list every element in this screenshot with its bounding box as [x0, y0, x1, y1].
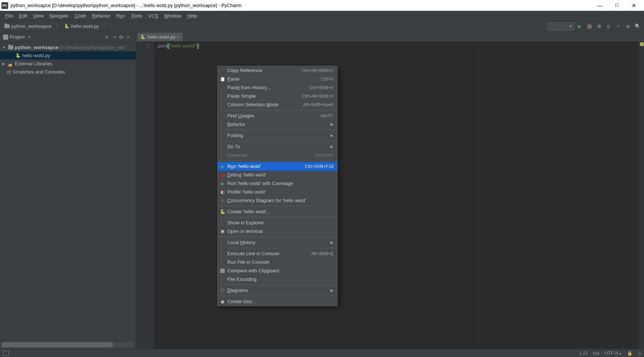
code-token: print	[158, 43, 167, 49]
ctx-find-usages[interactable]: Find UsagesAlt+F7	[218, 111, 337, 120]
ctx-goto[interactable]: Go To▶	[218, 142, 337, 151]
ctx-run-coverage[interactable]: ▶Run 'hello wold' with Coverage	[218, 179, 337, 188]
menu-vcs[interactable]: VCS	[145, 12, 161, 20]
expand-arrow-icon[interactable]: ▼	[2, 45, 7, 49]
ctx-compare-clipboard[interactable]: Compare with Clipboard	[218, 266, 337, 275]
status-bar: 1:22 n/a UTF-8≑ 🔒 ◇	[0, 349, 644, 357]
project-icon	[3, 35, 8, 40]
collapse-icon[interactable]: ⇥	[110, 33, 118, 41]
ctx-paste-simple[interactable]: Paste SimpleCtrl+Alt+Shift+V	[218, 92, 337, 100]
tree-scratches-label: Scratches and Consoles	[13, 69, 65, 75]
debug-button-icon[interactable]: ⬤	[585, 22, 593, 30]
ctx-run-file-console[interactable]: Run File in Console	[218, 258, 337, 266]
tree-file-label: hello wold.py	[22, 53, 50, 58]
ctx-profile[interactable]: ◐Profile 'hello wold'	[218, 188, 337, 196]
ctx-paste[interactable]: 📋PasteCtrl+V	[218, 75, 337, 83]
ctx-separator	[218, 160, 337, 161]
toolwindow-toggle-icon[interactable]	[3, 351, 9, 356]
menu-code[interactable]: Code	[72, 12, 89, 20]
profile-button-icon[interactable]: ◐	[605, 22, 613, 30]
menu-refactor[interactable]: Refactor	[89, 12, 113, 20]
ctx-separator	[218, 248, 337, 248]
readonly-lock-icon[interactable]: 🔒	[627, 351, 632, 356]
search-everywhere-icon[interactable]: 🔍	[634, 22, 642, 30]
ctx-execute-line[interactable]: Execute Line in ConsoleAlt+Shift+E	[218, 249, 337, 258]
editor-body: 1 print("hello world!")	[136, 42, 644, 349]
scrollbar-thumb[interactable]	[1, 342, 113, 347]
run-button-icon[interactable]: ▶	[576, 22, 584, 30]
ctx-paste-history[interactable]: Paste from History...Ctrl+Shift+V	[218, 83, 337, 92]
ctx-column-selection[interactable]: Column Selection ModeAlt+Shift+Insert	[218, 100, 337, 109]
ctx-local-history[interactable]: Local History▶	[218, 238, 337, 247]
run-config-select[interactable]	[547, 22, 574, 30]
hide-panel-icon[interactable]: ⇤	[125, 33, 133, 41]
tree-extlib-label: External Libraries	[15, 61, 52, 66]
library-icon	[8, 62, 13, 66]
ctx-create-runconfig[interactable]: 🐍Create 'hello wold'...	[218, 207, 337, 216]
caret-position[interactable]: 1:22	[579, 351, 588, 356]
code-token: "hello world!"	[169, 43, 197, 49]
ctx-separator	[218, 285, 337, 285]
ctx-run[interactable]: ▶Run 'hello wold'Ctrl+Shift+F10	[218, 162, 337, 171]
concurrency-icon: ≡	[219, 198, 225, 204]
ctx-copy-reference[interactable]: Copy ReferenceCtrl+Alt+Shift+C	[218, 66, 337, 75]
tree-external-libraries[interactable]: ▶ External Libraries	[0, 59, 136, 68]
navigation-bar: python_worksapce 〉 hello wold.py 〉 ▶ ⬤ ⬣…	[0, 21, 644, 32]
python-icon: 🐍	[219, 209, 225, 215]
menu-file[interactable]: File	[2, 12, 16, 20]
editor-tab[interactable]: hello wold.py ×	[137, 33, 183, 41]
ctx-folding[interactable]: Folding▶	[218, 131, 337, 140]
ide-notifications-icon[interactable]: ◇	[638, 351, 641, 356]
file-encoding-status[interactable]: UTF-8≑	[604, 350, 622, 356]
profile-icon: ◐	[219, 189, 225, 195]
code-token: )	[197, 43, 199, 49]
terminal-icon: ▣	[219, 228, 225, 234]
ctx-file-encoding[interactable]: File Encoding	[218, 275, 337, 283]
expand-arrow-icon[interactable]: ▶	[2, 62, 7, 66]
ctx-separator	[218, 206, 337, 206]
horizontal-scrollbar[interactable]	[1, 342, 134, 347]
menu-navigate[interactable]: Navigate	[46, 12, 71, 20]
settings-gear-icon[interactable]: ✿▾	[118, 33, 125, 41]
window-maximize-button[interactable]	[608, 0, 625, 11]
ctx-diagrams[interactable]: ⬡Diagrams▶	[218, 286, 337, 295]
menu-window[interactable]: Window	[161, 12, 184, 20]
window-minimize-button[interactable]	[591, 0, 608, 11]
line-gutter[interactable]: 1	[136, 42, 154, 349]
menu-tools[interactable]: Tools	[128, 12, 145, 20]
menu-edit[interactable]: Edit	[16, 12, 30, 20]
project-tree[interactable]: ▼ python_worksapce D:\develop\python\pyt…	[0, 42, 136, 342]
inspection-marker-icon[interactable]	[640, 42, 644, 46]
folder-icon	[4, 24, 10, 28]
breadcrumb-separator-icon: 〉	[103, 23, 108, 30]
tree-file[interactable]: hello wold.py	[0, 51, 136, 59]
breadcrumb-file[interactable]: hello wold.py	[62, 23, 101, 30]
ctx-debug[interactable]: 🐞Debug 'hello wold'	[218, 171, 337, 179]
ctx-refactor[interactable]: Refactor▶	[218, 120, 337, 129]
ctx-create-gist[interactable]: ◉Create Gist...	[218, 297, 337, 306]
editor-tab-label: hello wold.py	[147, 34, 175, 40]
concurrency-button-icon[interactable]: ≡	[614, 22, 622, 30]
submenu-arrow-icon: ▶	[331, 122, 334, 126]
breadcrumb-root[interactable]: python_worksapce	[2, 23, 53, 30]
coverage-button-icon[interactable]: ⬣	[595, 22, 603, 30]
stop-button-icon[interactable]: ◼	[624, 22, 632, 30]
app-logo-icon: PC	[1, 2, 8, 9]
project-panel-title[interactable]: Project ▼	[3, 34, 103, 40]
python-file-icon	[64, 24, 69, 29]
inspection-status[interactable]: n/a	[593, 351, 599, 356]
ctx-open-terminal[interactable]: ▣Open in terminal	[218, 227, 337, 236]
ctx-separator	[218, 237, 337, 237]
error-stripe[interactable]	[639, 42, 644, 349]
locate-icon[interactable]: ⊕	[103, 33, 110, 41]
menu-view[interactable]: View	[30, 12, 46, 20]
window-close-button[interactable]	[625, 0, 643, 11]
ctx-show-explorer[interactable]: Show in Explorer	[218, 218, 337, 227]
menu-help[interactable]: Help	[184, 12, 200, 20]
menu-run[interactable]: Run	[113, 12, 128, 20]
tree-scratches[interactable]: Scratches and Consoles	[0, 68, 136, 76]
tree-root[interactable]: ▼ python_worksapce D:\develop\python\pyt…	[0, 43, 136, 51]
toolbar-right: ▶ ⬤ ⬣ ◐ ≡ ◼ 🔍	[547, 22, 642, 30]
ctx-concurrency[interactable]: ≡Concurrency Diagram for 'hello wold'	[218, 196, 337, 205]
tab-close-icon[interactable]: ×	[177, 35, 179, 39]
